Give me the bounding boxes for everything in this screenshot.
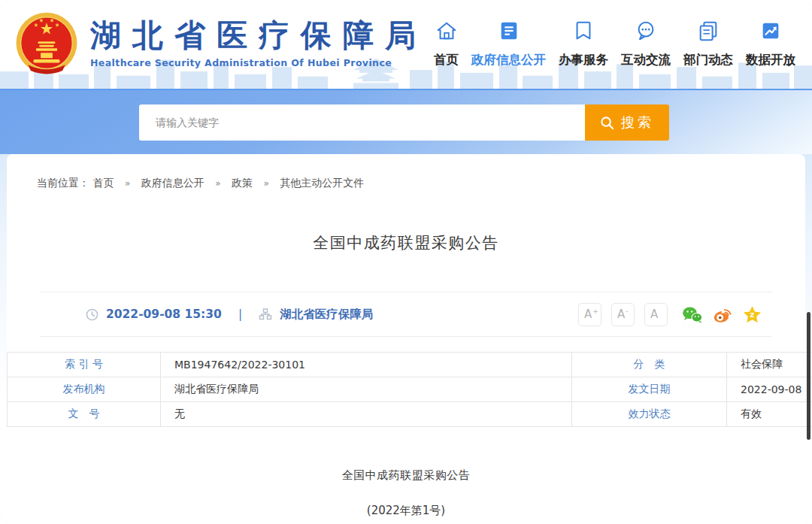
site-header: 湖北省医疗保障局 Healthcare Security Administrat… [0, 0, 812, 89]
breadcrumb-item-policy[interactable]: 政策 [232, 177, 253, 189]
trend-chart-icon [759, 20, 782, 42]
publisher-value: 湖北省医疗保障局 [161, 377, 572, 402]
category-value: 社会保障 [727, 353, 812, 377]
breadcrumb-separator: » [215, 178, 220, 189]
nav-item-home[interactable]: 首页 [434, 20, 459, 68]
breadcrumb: 当前位置： 首页 » 政府信息公开 » 政策 » 其他主动公开文件 [7, 154, 805, 190]
nav-label: 办事服务 [559, 52, 608, 68]
breadcrumb-item-gov-info[interactable]: 政府信息公开 [141, 177, 205, 189]
clock-icon [86, 308, 98, 321]
document-icon [498, 20, 520, 42]
site-logo[interactable]: 湖北省医疗保障局 Healthcare Security Administrat… [14, 11, 427, 77]
document-info-table: 索 引 号 MB1947642/2022-30101 分 类 社会保障 发布机构… [7, 352, 812, 427]
validity-label: 效力状态 [572, 402, 727, 427]
publisher-label: 发布机构 [8, 377, 161, 402]
breadcrumb-separator: » [125, 178, 130, 189]
category-label: 分 类 [572, 353, 727, 377]
content-area: 当前位置： 首页 » 政府信息公开 » 政策 » 其他主动公开文件 全国中成药联… [0, 154, 812, 524]
font-reset-button[interactable]: A [644, 303, 668, 326]
breadcrumb-item-other-docs[interactable]: 其他主动公开文件 [280, 177, 364, 189]
article-source: 湖北省医疗保障局 [280, 307, 373, 323]
nav-item-department-news[interactable]: 部门动态 [683, 20, 733, 68]
main-nav: 首页 政府信息公开 办事服务 [434, 20, 795, 68]
font-decrease-button[interactable]: A- [611, 303, 635, 326]
issue-date-value: 2022-09-08 [727, 377, 812, 402]
nav-item-interaction[interactable]: 互动交流 [621, 20, 671, 68]
nav-item-open-data[interactable]: 数据开放 [746, 20, 795, 68]
breadcrumb-item-home[interactable]: 首页 [92, 177, 114, 189]
nav-label: 互动交流 [621, 52, 671, 68]
search-banner: 搜索 [0, 89, 812, 154]
page-title: 全国中成药联盟采购公告 [7, 232, 805, 253]
search-input[interactable] [139, 104, 585, 141]
site-title: 湖北省医疗保障局 [90, 19, 427, 53]
bookmark-icon [572, 20, 595, 42]
article-meta-bar: 2022-09-08 15:30 | 湖北省医疗保障局 A+ A- A [41, 292, 771, 337]
index-number-label: 索 引 号 [8, 353, 161, 377]
breadcrumb-prefix: 当前位置： [37, 177, 89, 189]
search-button-label: 搜索 [621, 114, 654, 132]
nav-item-gov-info[interactable]: 政府信息公开 [471, 20, 546, 68]
breadcrumb-separator: » [263, 178, 268, 189]
nav-label: 部门动态 [683, 52, 733, 68]
table-row: 索 引 号 MB1947642/2022-30101 分 类 社会保障 [8, 353, 812, 377]
copy-pages-icon [697, 20, 720, 42]
article-body-subtitle: (2022年第1号) [7, 504, 805, 518]
nav-label: 政府信息公开 [471, 52, 546, 68]
doc-number-value: 无 [161, 402, 572, 427]
issue-date-label: 发文日期 [572, 377, 727, 402]
page: 湖北省医疗保障局 Healthcare Security Administrat… [0, 0, 812, 524]
home-icon [435, 20, 458, 42]
nav-item-services[interactable]: 办事服务 [559, 20, 608, 68]
weibo-icon[interactable] [712, 305, 732, 324]
doc-number-label: 文 号 [8, 402, 161, 427]
search-icon [600, 116, 614, 130]
validity-value: 有效 [727, 402, 812, 427]
svg-text:z: z [750, 310, 755, 319]
meta-separator: | [238, 307, 242, 321]
table-row: 发布机构 湖北省医疗保障局 发文日期 2022-09-08 [8, 377, 812, 402]
national-emblem-icon [14, 11, 80, 77]
article-card: 当前位置： 首页 » 政府信息公开 » 政策 » 其他主动公开文件 全国中成药联… [7, 154, 805, 524]
table-row: 文 号 无 效力状态 有效 [8, 402, 812, 427]
publish-time: 2022-09-08 15:30 [106, 307, 222, 321]
nav-label: 首页 [434, 52, 459, 68]
qzone-star-icon[interactable]: z [742, 305, 762, 324]
index-number-value: MB1947642/2022-30101 [161, 353, 572, 377]
site-subtitle: Healthcare Security Administration Of Hu… [90, 57, 427, 68]
organization-icon [259, 307, 272, 321]
chat-bubble-icon [635, 20, 657, 42]
wechat-icon[interactable] [682, 305, 702, 324]
search-button[interactable]: 搜索 [585, 104, 669, 141]
scrollbar-thumb[interactable] [807, 312, 810, 440]
article-body-title: 全国中成药联盟采购公告 [7, 468, 805, 483]
nav-label: 数据开放 [746, 52, 795, 68]
font-increase-button[interactable]: A+ [578, 303, 601, 326]
